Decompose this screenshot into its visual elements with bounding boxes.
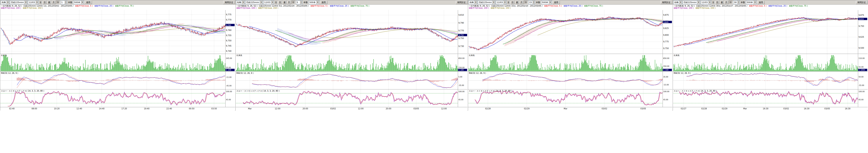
minute-value: 30 [734,1,737,4]
minute-button[interactable]: 分 [729,1,733,4]
spinner-arrows[interactable]: ▲▼ [300,1,302,4]
period-settings-button[interactable]: 期間設定 [660,1,672,4]
spin-up-icon[interactable]: ▲ [738,1,739,2]
bar-count-select[interactable]: 500本▼ [73,1,84,4]
bar-count-select[interactable]: 500本▼ [309,1,319,4]
spin-down-icon[interactable]: ▼ [738,2,739,4]
spin-up-icon[interactable]: ▲ [301,1,302,2]
spin-up-icon[interactable]: ▲ [65,1,66,2]
contract-month-select[interactable]: 12/03▼ [264,1,274,4]
chart-canvas-4[interactable]: 02/2702/2802/29Mar16:3003/0216:3003/0516… [673,10,868,111]
minute-button[interactable]: 分 [524,1,528,4]
weekly-button[interactable]: 週 [47,1,51,4]
price-axis-label: 9,745 [226,45,231,47]
weekly-button[interactable]: 週 [515,1,519,4]
period-settings-button[interactable]: 期間設定 [856,1,867,4]
price-badge-text: 9,765 [226,24,231,26]
volume-badge-text: C 100 [459,69,464,71]
spin-down-icon[interactable]: ▼ [301,2,302,4]
instrument-type-select[interactable]: 先物▼ [236,1,245,4]
bar-type-label: 足 [507,1,510,4]
monthly-button[interactable]: 月 [520,1,523,4]
price-axis-label: 9,790 [458,22,464,24]
chart-toolbar: 先物▼ 日経225mini▼ 12/03▼ 足 日 週 月 分 15▲▼ 本数 … [468,0,673,5]
chevron-down-icon: ▼ [24,1,27,4]
apply-button[interactable]: 適用 [320,1,327,4]
spinner-arrows[interactable]: ▲▼ [65,1,67,4]
apply-button[interactable]: 適用 [85,1,92,4]
spin-down-icon[interactable]: ▼ [533,2,534,4]
instrument-select[interactable]: 日経225mini▼ [683,1,700,4]
period-settings-button[interactable]: 期間設定 [456,1,467,4]
price-badge-text: 9,759 [459,34,464,36]
volume-label: 出来高 [674,54,679,56]
daily-button[interactable]: 日 [715,1,719,4]
time-axis-label: 12:00 [441,108,447,110]
spin-up-icon[interactable]: ▲ [533,1,534,2]
monthly-button[interactable]: 月 [52,1,56,4]
stoch-axis-label: 45.00 [663,99,668,101]
spinner-arrows[interactable]: ▲▼ [737,1,740,4]
contract-month-select[interactable]: 12/03▼ [496,1,506,4]
monthly-button[interactable]: 月 [724,1,728,4]
period-settings-button[interactable]: 期間設定 [223,1,235,4]
time-axis-label: 03:50 [211,108,217,110]
spin-down-icon[interactable]: ▼ [65,2,66,4]
stoch-label: スロー・ストキャスティクス( 14, 3, 3, 20, 80 ) [1,90,44,92]
macd-axis-label: -35.00 [458,84,464,86]
instrument-type-select[interactable]: 先物▼ [1,1,9,4]
ma-legend-item: 移動平均(Close, 75 ) [584,5,603,7]
apply-button[interactable]: 適用 [757,1,765,4]
bar-count-select[interactable]: 500本▼ [746,1,757,4]
weekly-button[interactable]: 週 [283,1,286,4]
bar-type-label: 足 [40,1,42,4]
chart-title: 日経225(mini 12/03) 5分, 2012/02/24 - 2012/… [259,5,309,7]
instrument-type-select[interactable]: 先物▼ [674,1,682,4]
legend-row-1: 一目均衡表( 9, 26, 52 )日経225(mini 12/03) 30分,… [674,5,867,7]
chart-area[interactable]: Mar12:0020:0003/0212:0020:0003/0512:009,… [236,10,468,111]
chart-area[interactable]: 02/2702/2802/29Mar16:3003/0216:3003/0516… [673,10,868,111]
spinner-arrows[interactable]: ▲▼ [532,1,535,4]
chevron-down-icon: ▼ [549,1,552,4]
instrument-select[interactable]: 日経225mini▼ [245,1,263,4]
daily-button[interactable]: 日 [43,1,46,4]
volume-axis-label: 150.00 [458,67,465,69]
minute-value-input[interactable]: 30▲▼ [733,1,740,4]
chevron-down-icon: ▼ [679,1,682,4]
stoch-axis-label: 100.00 [226,90,232,92]
chart-canvas-1[interactable]: 02:4008:0010:2012:4014:4017:2019:4022:40… [0,10,235,111]
weekly-button[interactable]: 週 [720,1,724,4]
volume-label: 出来高 [236,54,242,56]
daily-button[interactable]: 日 [510,1,515,4]
monthly-button[interactable]: 月 [287,1,291,4]
minute-button[interactable]: 分 [56,1,60,4]
time-axis-label: 02:40 [9,108,15,110]
chart-area[interactable]: 02/2802/29Mar03/0203/059,8759,8509,8259,… [468,10,673,111]
time-axis-label: 03/02 [602,108,607,110]
bar-count-select[interactable]: 500本▼ [541,1,552,4]
chart-canvas-3[interactable]: 02/2802/29Mar03/0203/059,8759,8509,8259,… [468,10,672,111]
contract-month-select[interactable]: 12/03▼ [701,1,711,4]
apply-button[interactable]: 適用 [553,1,560,4]
contract-month-select[interactable]: 12/03▼ [28,1,39,4]
volume-badge-text: C 100 [663,69,669,71]
bar-count-value: 500本 [746,1,753,4]
price-axis-label: 9,625 [859,36,864,38]
minute-button[interactable]: 分 [291,1,296,4]
chart-area[interactable]: 02:4008:0010:2012:4014:4017:2019:4022:40… [0,10,236,111]
minute-value-input[interactable]: 5▲▼ [296,1,303,4]
instrument-select[interactable]: 日経225mini▼ [478,1,495,4]
ma-legend-item: 移動平均(Close, 100 ) [674,7,694,9]
ma-legend-item: 移動平均(Close, 5 ) [749,5,767,7]
volume-axis-label: 55.00 [859,66,864,68]
daily-button[interactable]: 日 [278,1,282,4]
minute-value-input[interactable]: 1▲▼ [61,1,67,4]
instrument-select[interactable]: 日経225mini▼ [10,1,28,4]
minute-value-input[interactable]: 15▲▼ [528,1,535,4]
volume-badge-text: C 100 [226,69,231,71]
time-axis-label: 16:30 [804,108,810,110]
time-axis-label: 20:00 [385,108,391,110]
time-axis-label: 12:00 [358,108,364,110]
instrument-type-select[interactable]: 先物▼ [469,1,477,4]
chart-canvas-2[interactable]: Mar12:0020:0003/0212:0020:0003/0512:009,… [236,10,467,111]
